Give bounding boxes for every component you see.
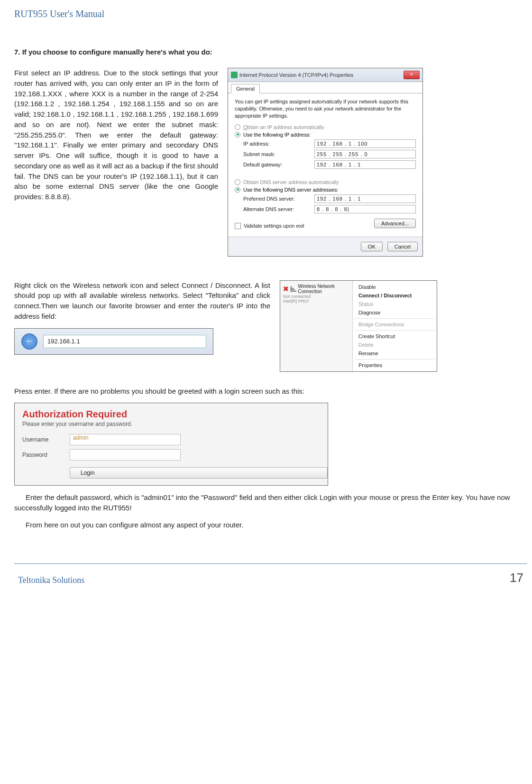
ipv4-properties-dialog: Internet Protocol Version 4 (TCP/IPv4) P… (228, 68, 423, 257)
radio-obtain-dns-label: Obtain DNS server address automatically (243, 179, 339, 185)
tray-title: Wireless Network Connection (298, 284, 349, 294)
dialog-titlebar: Internet Protocol Version 4 (TCP/IPv4) P… (228, 68, 422, 82)
radio-use-ip-label: Use the following IP address: (243, 132, 311, 138)
label-preferred-dns: Preferred DNS server: (243, 196, 314, 202)
input-subnet-mask[interactable]: 255 . 255 . 255 . 0 (314, 150, 416, 158)
label-ip-address: IP address: (243, 141, 314, 147)
input-preferred-dns[interactable]: 192 . 168 . 1 . 1 (314, 194, 416, 203)
menu-delete: Delete (353, 341, 437, 349)
ok-button[interactable]: OK (361, 242, 383, 251)
login-panel: Authorization Required Please enter your… (14, 403, 328, 486)
browser-address-bar: ← 192.168.1.1 (14, 328, 213, 355)
input-username[interactable]: admin (70, 434, 181, 445)
radio-obtain-ip[interactable] (235, 124, 240, 130)
tray-icon-row: ✖ Wireless Network Connection (283, 284, 349, 294)
radio-use-ip[interactable] (235, 132, 240, 138)
back-button[interactable]: ← (21, 333, 37, 350)
label-username: Username (22, 436, 70, 443)
tray-sub1: Not connected (283, 294, 349, 299)
label-alternate-dns: Alternate DNS server: (243, 206, 314, 212)
close-button[interactable]: ✕ (404, 71, 420, 79)
tabstrip: General (228, 82, 422, 93)
menu-status: Status (353, 300, 437, 308)
radio-use-dns-label: Use the following DNS server addresses: (243, 187, 339, 193)
input-ip-address[interactable]: 192 . 168 . 1 . 100 (314, 139, 416, 148)
section-heading: 7. If you choose to configure manually h… (14, 48, 527, 56)
paragraph-wireless-connect: Right click on the Wireless network icon… (14, 280, 270, 322)
radio-obtain-dns[interactable] (235, 179, 240, 185)
page-number: 17 (510, 571, 523, 585)
menu-separator (355, 318, 435, 319)
address-field[interactable]: 192.168.1.1 (43, 335, 206, 348)
input-password[interactable] (70, 449, 181, 461)
cancel-button[interactable]: Cancel (387, 242, 418, 251)
page-footer: Teltonika Solutions 17 (14, 563, 527, 600)
menu-create-shortcut[interactable]: Create Shortcut (353, 332, 437, 341)
menu-separator (355, 330, 435, 331)
checkbox-validate[interactable] (235, 223, 241, 229)
menu-diagnose[interactable]: Diagnose (353, 308, 437, 317)
paragraph-press-enter: Press enter. If there are no problems yo… (14, 386, 527, 397)
dialog-intro-text: You can get IP settings assigned automat… (235, 98, 416, 120)
menu-rename[interactable]: Rename (353, 349, 437, 358)
page-header: RUT955 User's Manual (14, 0, 527, 24)
menu-properties[interactable]: Properties (353, 361, 437, 369)
menu-connect-disconnect[interactable]: Connect / Disconnect (353, 291, 437, 300)
disconnect-icon: ✖ (283, 285, 289, 293)
login-button[interactable]: Login (70, 467, 328, 479)
menu-disable[interactable]: Disable (353, 283, 437, 291)
label-password: Password (22, 452, 70, 458)
radio-use-dns[interactable] (235, 187, 240, 193)
label-subnet-mask: Subnet mask: (243, 151, 314, 157)
label-default-gateway: Default gateway: (243, 162, 314, 167)
wireless-context-menu: ✖ Wireless Network Connection Not connec… (280, 280, 437, 372)
signal-bars-icon (290, 286, 296, 292)
dialog-title: Internet Protocol Version 4 (TCP/IPv4) P… (239, 72, 402, 78)
label-validate: Validate settings upon exit (244, 223, 304, 229)
advanced-button[interactable]: Advanced... (374, 219, 416, 228)
paragraph-enter-password: Enter the default password, which is "ad… (14, 492, 527, 513)
radio-obtain-ip-label: Obtain an IP address automatically (243, 124, 324, 130)
login-title: Authorization Required (15, 403, 328, 421)
paragraph-configure: From here on out you can configure almos… (14, 520, 527, 530)
menu-bridge: Bridge Connections (353, 320, 437, 329)
input-default-gateway[interactable]: 192 . 168 . 1 . 1 (314, 160, 416, 169)
menu-separator (355, 359, 435, 360)
paragraph-ip-setup: First select an IP address. Due to the s… (14, 68, 218, 202)
login-subtitle: Please enter your username and password. (15, 421, 328, 432)
input-alternate-dns[interactable]: 8 . 8 . 8 . 8| (314, 205, 416, 213)
dialog-icon (231, 72, 238, 78)
tray-sub2: Intel(R) PRO/ (283, 299, 349, 304)
footer-brand: Teltonika Solutions (18, 575, 84, 585)
tab-general[interactable]: General (231, 84, 260, 93)
